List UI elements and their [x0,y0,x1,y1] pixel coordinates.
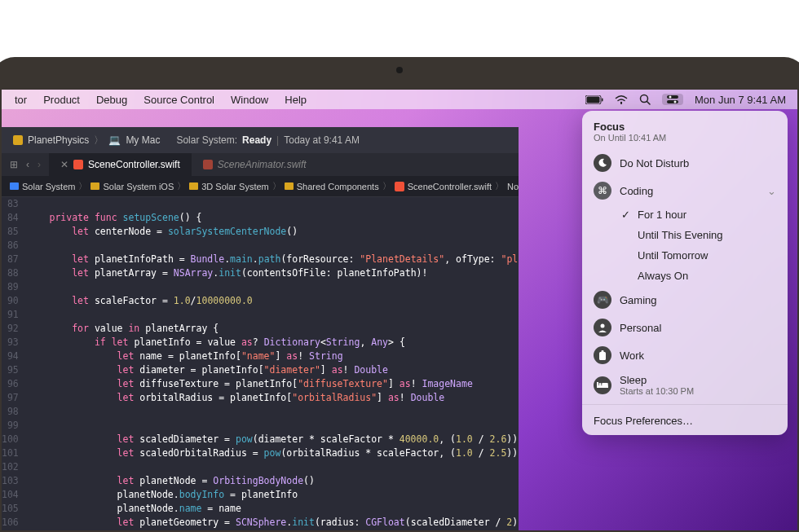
person-icon [594,319,611,336]
desktop-wallpaper: tor Product Debug Source Control Window … [2,90,797,530]
focus-row-label: Coding [620,185,759,197]
focus-preferences-link[interactable]: Focus Preferences… [582,408,788,430]
breadcrumb-item[interactable]: No Selection [507,182,519,191]
scheme-project: PlanetPhysics [28,134,89,146]
laptop-bezel: tor Product Debug Source Control Window … [0,57,799,532]
focus-option[interactable]: Until Tomorrow [618,245,788,266]
svg-point-15 [599,383,602,385]
swift-file-icon [73,160,83,169]
focus-row-dnd[interactable]: Do Not Disturb [582,149,788,177]
swift-file-icon [203,160,213,169]
focus-row-gaming[interactable]: 🎮 Gaming [582,286,788,314]
folder-icon [189,182,198,190]
focus-popover: Focus On Until 10:41 AM Do Not Disturb ⌘… [582,111,788,435]
jump-bar[interactable]: Solar System〉 Solar System iOS〉 3D Solar… [2,176,519,197]
wifi-icon[interactable] [615,95,628,104]
code-icon: ⌘ [594,182,611,200]
xcode-window: PlanetPhysics 〉 💻 My Mac Solar System: R… [2,127,519,530]
spotlight-icon[interactable] [639,94,651,105]
focus-row-sublabel: Starts at 10:30 PM [620,386,776,396]
project-icon [10,182,19,190]
svg-line-5 [647,102,650,105]
focus-subtitle: On Until 10:41 AM [594,133,776,143]
tab-label: SceneController.swift [88,159,180,170]
status-title: Solar System: [176,134,237,146]
menu-item[interactable]: Help [276,94,315,106]
breadcrumb-item[interactable]: Solar System [22,182,75,191]
moon-icon [594,154,611,172]
menu-item[interactable]: tor [7,94,35,106]
menu-item[interactable]: Debug [88,94,135,106]
menu-item[interactable]: Window [223,94,276,106]
tab-label: SceneAnimator.swift [218,159,307,170]
svg-point-10 [601,324,605,328]
scheme-selector[interactable]: PlanetPhysics 〉 💻 My Mac [13,134,160,147]
breadcrumb-item[interactable]: Solar System iOS [103,182,174,191]
game-controller-icon: 🎮 [594,291,611,309]
status-state: Ready [242,134,271,146]
menubar-datetime[interactable]: Mon Jun 7 9:41 AM [695,94,786,106]
svg-rect-14 [597,382,598,388]
tab-bar: ⊞ ‹ › ✕ SceneController.swift SceneAnima… [2,153,519,176]
breadcrumb-item[interactable]: SceneController.swift [408,182,492,191]
focus-row-personal[interactable]: Personal [582,314,788,341]
svg-rect-11 [599,352,606,360]
tab-sceneanimator[interactable]: SceneAnimator.swift [192,153,318,176]
focus-row-label: Personal [620,322,776,334]
activity-viewer: Solar System: Ready | Today at 9:41 AM [176,134,360,146]
bed-icon [594,376,611,394]
svg-rect-12 [602,350,604,353]
svg-rect-13 [597,385,608,388]
focus-row-label: Do Not Disturb [620,157,776,169]
folder-icon [285,182,294,190]
focus-option[interactable]: Always On [618,266,788,286]
breadcrumb-item[interactable]: 3D Solar System [201,182,269,191]
code-editor[interactable]: 83 84 85 86 87 88 89 90 91 92 93 94 95 9… [2,197,519,530]
focus-option[interactable]: Until This Evening [618,225,788,245]
breadcrumb-item[interactable]: Shared Components [297,182,379,191]
close-tab-icon[interactable]: ✕ [60,159,68,170]
focus-title: Focus [594,121,776,133]
xcode-toolbar: PlanetPhysics 〉 💻 My Mac Solar System: R… [2,127,519,153]
code-content[interactable]: private func setupScene() { let centerNo… [27,197,519,530]
menu-item[interactable]: Product [35,94,88,106]
svg-rect-6 [667,95,678,99]
laptop-camera [396,67,403,73]
line-gutter: 83 84 85 86 87 88 89 90 91 92 93 94 95 9… [2,197,27,530]
back-icon[interactable]: ‹ [26,159,29,170]
focus-row-coding[interactable]: ⌘ Coding ⌄ [582,177,788,204]
related-items-icon[interactable]: ⊞ [10,159,18,170]
focus-row-sleep[interactable]: Sleep Starts at 10:30 PM [582,369,788,401]
chevron-down-icon: ⌄ [767,185,776,197]
svg-rect-16 [602,383,608,385]
folder-icon [90,182,99,190]
lanyard-icon [594,346,611,364]
focus-coding-options: For 1 hour Until This Evening Until Tomo… [582,204,788,286]
focus-row-label: Gaming [620,294,776,306]
scheme-target: My Mac [126,134,160,146]
menubar: tor Product Debug Source Control Window … [2,90,797,109]
svg-point-9 [673,101,676,103]
svg-rect-8 [667,100,678,103]
svg-point-3 [620,102,622,103]
svg-rect-1 [586,96,599,103]
app-icon [13,135,23,145]
swift-file-icon [395,182,404,191]
tab-scenecontroller[interactable]: ✕ SceneController.swift [49,153,192,176]
menu-item[interactable]: Source Control [135,94,223,106]
status-time: Today at 9:41 AM [284,134,360,146]
svg-rect-2 [602,98,603,101]
focus-option[interactable]: For 1 hour [618,204,788,225]
control-center-icon[interactable] [662,94,683,105]
svg-point-7 [669,96,671,99]
focus-row-label: Sleep Starts at 10:30 PM [620,374,776,396]
focus-row-label: Work [620,350,776,362]
focus-row-work[interactable]: Work [582,341,788,369]
battery-icon[interactable] [585,95,603,104]
forward-icon[interactable]: › [38,159,41,170]
